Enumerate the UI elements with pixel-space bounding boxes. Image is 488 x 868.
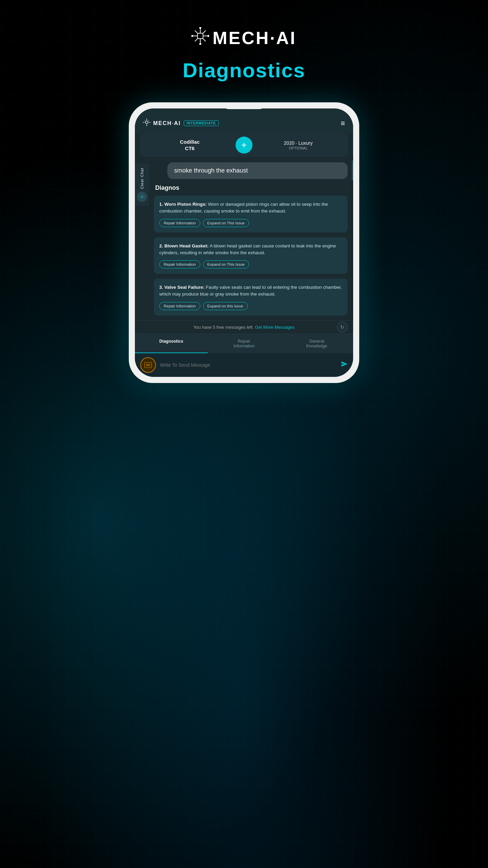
get-more-messages-link[interactable]: Get More Messages: [255, 325, 294, 330]
svg-point-21: [150, 122, 150, 123]
svg-point-18: [146, 119, 147, 119]
scrollbar-thumb[interactable]: [352, 160, 353, 181]
phone-mockup: MECH·AI INTERMEDIATE ≡ Codillac CT6 + 20: [129, 102, 359, 383]
refresh-button[interactable]: ↻: [337, 322, 348, 332]
svg-line-8: [195, 39, 198, 41]
phone-notch: [224, 102, 264, 109]
send-button[interactable]: [341, 361, 348, 369]
diagnostics-header: Diagnos: [154, 184, 348, 191]
issue-2-repair-btn[interactable]: Repair Information: [159, 260, 200, 268]
svg-rect-0: [198, 33, 203, 39]
logo-area: MECH·AI: [191, 27, 297, 48]
svg-point-11: [191, 35, 193, 37]
scrollbar-track: [352, 157, 353, 320]
clear-chat-text: Clear Chat: [140, 168, 144, 189]
query-bubble: smoke through the exhaust: [167, 162, 348, 179]
issue-1-title: 1. Worn Piston Rings:: [159, 202, 207, 207]
svg-rect-33: [147, 364, 149, 365]
tab-general-knowledge[interactable]: GeneralKnowledge: [280, 334, 353, 353]
vehicle-year: 2020 · Luxury: [254, 140, 342, 146]
chat-main: smoke through the exhaust Diagnos 1. Wor…: [148, 157, 353, 320]
page-title: Diagnostics: [183, 59, 305, 82]
vehicle-right: 2020 · Luxury OPTIONAL: [254, 140, 342, 150]
svg-point-19: [146, 125, 147, 126]
add-vehicle-button[interactable]: +: [236, 137, 252, 154]
issue-1-repair-btn[interactable]: Repair Information: [159, 219, 200, 227]
svg-line-6: [203, 39, 206, 41]
ai-avatar: [137, 192, 147, 202]
level-badge: INTERMEDIATE: [184, 120, 219, 126]
free-messages-bar: You have 5 free messages left. Get More …: [135, 320, 353, 334]
issue-1-text: 1. Worn Piston Rings: Worn or damaged pi…: [159, 201, 342, 215]
issue-card-1: 1. Worn Piston Rings: Worn or damaged pi…: [154, 196, 348, 233]
svg-point-12: [207, 35, 209, 37]
hamburger-icon[interactable]: ≡: [341, 119, 345, 128]
tab-general-label: GeneralKnowledge: [306, 339, 327, 348]
issue-1-buttons: Repair Information Expand on This Issue: [159, 219, 342, 227]
app-logo: MECH·AI INTERMEDIATE: [143, 119, 219, 128]
issue-3-title: 3. Valve Seal Failure:: [159, 285, 205, 290]
bottom-nav: Diagnostics RepairInformation GeneralKno…: [135, 334, 353, 353]
svg-line-23: [148, 120, 149, 121]
vehicle-name: Codillac CT6: [146, 139, 234, 152]
message-input-area: [135, 353, 353, 377]
phone-inner: MECH·AI INTERMEDIATE ≡ Codillac CT6 + 20: [135, 108, 353, 377]
vehicle-selector: Codillac CT6 + 2020 · Luxury OPTIONAL: [140, 133, 348, 157]
clear-chat-tab[interactable]: Clear Chat: [135, 164, 149, 206]
issue-2-buttons: Repair Information Expand on This Issue: [159, 260, 342, 268]
issue-1-expand-btn[interactable]: Expand on This Issue: [203, 219, 249, 227]
tab-diagnostics[interactable]: Diagnostics: [135, 334, 208, 353]
vehicle-center: +: [234, 137, 254, 154]
app-logo-text: MECH·AI: [153, 120, 181, 126]
vehicle-optional: OPTIONAL: [254, 146, 342, 150]
issue-2-title: 2. Blown Head Gasket:: [159, 243, 209, 248]
svg-line-7: [203, 31, 206, 33]
issue-2-text: 2. Blown Head Gasket: A blown head gaske…: [159, 243, 342, 257]
svg-rect-13: [146, 121, 148, 124]
tab-repair-label: RepairInformation: [233, 339, 255, 348]
page-content: MECH·AI Diagnostics: [0, 0, 488, 383]
svg-line-22: [144, 120, 145, 121]
issue-3-text: 3. Valve Seal Failure: Faulty valve seal…: [159, 284, 342, 298]
svg-rect-24: [141, 196, 143, 198]
issue-card-2: 2. Blown Head Gasket: A blown head gaske…: [154, 237, 348, 274]
app-header: MECH·AI INTERMEDIATE ≡: [135, 108, 353, 133]
svg-line-5: [195, 31, 198, 33]
issue-3-buttons: Repair Information Expand on this issue: [159, 302, 342, 310]
obd-icon: [140, 357, 156, 373]
brand-name: MECH·AI: [212, 28, 297, 48]
vehicle-left: Codillac CT6: [146, 139, 234, 152]
app-logo-icon: [143, 119, 150, 128]
issue-3-repair-btn[interactable]: Repair Information: [159, 302, 200, 310]
issue-card-3: 3. Valve Seal Failure: Faulty valve seal…: [154, 279, 348, 316]
issue-2-expand-btn[interactable]: Expand on This Issue: [203, 260, 249, 268]
svg-point-32: [149, 364, 150, 365]
free-messages-text: You have 5 free messages left.: [194, 325, 254, 330]
query-text: smoke through the exhaust: [174, 167, 248, 174]
svg-point-20: [143, 122, 144, 123]
message-input[interactable]: [160, 362, 337, 368]
chat-wrapper: Clear Chat smoke through the exhaust Dia…: [135, 157, 353, 320]
brand-icon: [191, 27, 209, 48]
svg-point-10: [199, 43, 201, 45]
svg-point-31: [146, 364, 147, 365]
tab-diagnostics-label: Diagnostics: [159, 339, 183, 344]
svg-point-9: [199, 27, 201, 29]
tab-repair-information[interactable]: RepairInformation: [208, 334, 281, 353]
issue-3-expand-btn[interactable]: Expand on this issue: [203, 302, 248, 310]
